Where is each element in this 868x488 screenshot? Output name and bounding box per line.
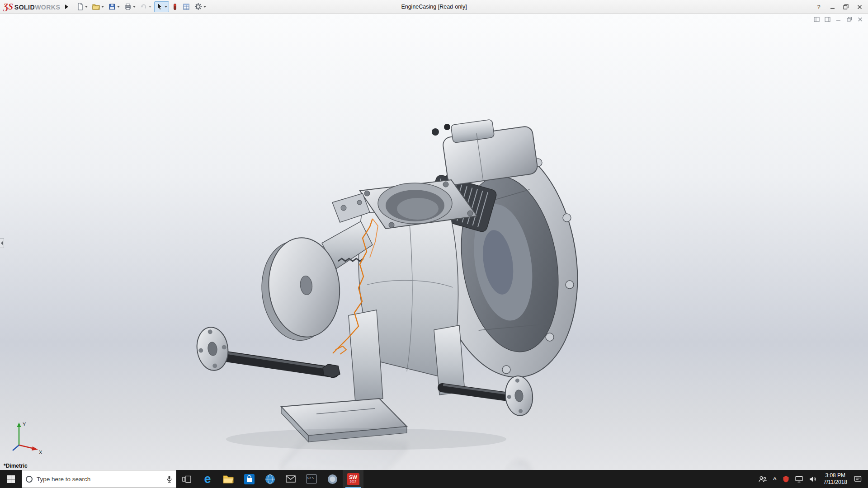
- save-floppy-icon: [108, 3, 116, 10]
- edge-button[interactable]: e: [197, 470, 218, 488]
- engine-casing-geometry[interactable]: [194, 114, 594, 442]
- chevron-up-icon: ^: [773, 476, 777, 483]
- brand-text-solid: SOLID: [14, 4, 35, 11]
- file-explorer-icon: [223, 475, 234, 483]
- brand-text-works: WORKS: [35, 4, 60, 11]
- round-app-button[interactable]: [322, 470, 343, 488]
- dropdown-caret-icon[interactable]: [85, 6, 88, 8]
- file-properties-icon: [183, 3, 190, 10]
- search-input[interactable]: [37, 476, 166, 483]
- sw-badge-line1: SW: [349, 475, 357, 480]
- volume-icon: [809, 476, 817, 483]
- mail-button[interactable]: [280, 470, 301, 488]
- save-button[interactable]: [107, 1, 122, 12]
- help-icon: ?: [817, 4, 820, 10]
- network-tray-button[interactable]: [792, 470, 806, 488]
- pane-split-icon[interactable]: [824, 16, 831, 22]
- mail-icon: [286, 475, 296, 483]
- new-document-button[interactable]: [75, 1, 90, 12]
- round-app-icon: [327, 474, 338, 484]
- right-triangle-icon: [65, 5, 68, 9]
- volume-tray-button[interactable]: [806, 470, 820, 488]
- command-prompt-button[interactable]: C:\: [301, 470, 322, 488]
- edge-icon: e: [204, 473, 211, 485]
- task-view-icon: [182, 475, 191, 483]
- rebuild-button[interactable]: [170, 1, 180, 12]
- ds-logo-icon: ƷS: [4, 2, 13, 11]
- security-tray-button[interactable]: [780, 470, 792, 488]
- new-document-icon: [76, 3, 84, 10]
- close-icon: [857, 5, 862, 9]
- undo-arrow-icon: [140, 3, 147, 10]
- left-triangle-icon: [1, 241, 3, 245]
- rebuild-icon: [172, 3, 178, 10]
- restore-button[interactable]: [839, 1, 853, 13]
- pane-preview-icon[interactable]: [813, 16, 820, 22]
- titlebar: ƷS SOLIDWORKS: [0, 0, 868, 14]
- doc-close-icon[interactable]: [857, 16, 863, 22]
- toolbar-flyout-icon[interactable]: [63, 2, 70, 12]
- taskbar-search[interactable]: [22, 470, 176, 488]
- minimize-icon: [830, 5, 835, 9]
- people-icon: [759, 476, 767, 483]
- undo-button[interactable]: [138, 1, 153, 12]
- action-center-button[interactable]: [851, 470, 865, 488]
- solidworks-taskbar-button[interactable]: SW 2017: [343, 470, 363, 488]
- doc-minimize-icon[interactable]: [835, 16, 842, 22]
- security-shield-icon: [783, 476, 789, 483]
- windows-logo-icon: [7, 475, 15, 483]
- store-button[interactable]: [239, 470, 259, 488]
- dropdown-caret-icon[interactable]: [101, 6, 104, 8]
- select-button[interactable]: [154, 1, 169, 12]
- help-button[interactable]: ?: [812, 1, 826, 13]
- print-button[interactable]: [123, 1, 137, 12]
- view-orientation-label: *Dimetric: [4, 463, 28, 469]
- dropdown-caret-icon[interactable]: [149, 6, 151, 8]
- doc-restore-icon[interactable]: [846, 16, 853, 22]
- triad-y-label: Y: [23, 422, 26, 427]
- open-folder-icon: [92, 3, 100, 10]
- command-prompt-icon: C:\: [306, 474, 317, 483]
- sw-badge-line2: 2017: [350, 480, 356, 483]
- microphone-icon[interactable]: [166, 475, 172, 483]
- start-button[interactable]: [0, 470, 22, 488]
- minimize-button[interactable]: [826, 1, 839, 13]
- dropdown-caret-icon[interactable]: [165, 6, 167, 8]
- dropdown-caret-icon[interactable]: [133, 6, 136, 8]
- action-center-icon: [854, 475, 862, 483]
- file-properties-button[interactable]: [181, 1, 192, 12]
- close-button[interactable]: [853, 1, 866, 13]
- solidworks-window: ƷS SOLIDWORKS: [0, 0, 868, 488]
- triad-x-label: X: [39, 450, 42, 455]
- open-button[interactable]: [90, 1, 106, 12]
- clock-date: 7/11/2018: [824, 479, 848, 486]
- hidden-icons-button[interactable]: ^: [770, 470, 780, 488]
- windows-taskbar: e C:\ SW 2017: [0, 470, 868, 488]
- people-button[interactable]: [755, 470, 770, 488]
- document-window-controls: [813, 16, 863, 22]
- gear-icon: [194, 3, 202, 10]
- main-toolbar: [75, 1, 208, 12]
- featuremanager-collapsed-tab[interactable]: [0, 238, 4, 248]
- window-controls: ?: [812, 0, 866, 14]
- store-icon: [244, 474, 255, 484]
- engine-casing-model[interactable]: [0, 14, 868, 470]
- network-icon: [795, 476, 803, 483]
- system-tray: ^ 3:08 PM 7/11/2018: [755, 470, 868, 488]
- clock-time: 3:08 PM: [825, 472, 845, 479]
- dropdown-caret-icon[interactable]: [117, 6, 120, 8]
- graphics-area[interactable]: Y X *Dimetric: [0, 14, 868, 470]
- printer-icon: [124, 3, 132, 10]
- cortana-icon: [26, 476, 33, 483]
- options-button[interactable]: [193, 1, 208, 12]
- globe-icon: [265, 474, 275, 484]
- solidworks-icon: SW 2017: [347, 473, 359, 485]
- document-title: EngineCasing [Read-only]: [401, 4, 467, 10]
- taskbar-clock[interactable]: 3:08 PM 7/11/2018: [820, 472, 851, 486]
- restore-icon: [843, 4, 849, 9]
- dropdown-caret-icon[interactable]: [203, 6, 206, 8]
- select-cursor-icon: [156, 3, 163, 10]
- task-view-button[interactable]: [176, 470, 197, 488]
- file-explorer-button[interactable]: [218, 470, 239, 488]
- globe-button[interactable]: [259, 470, 280, 488]
